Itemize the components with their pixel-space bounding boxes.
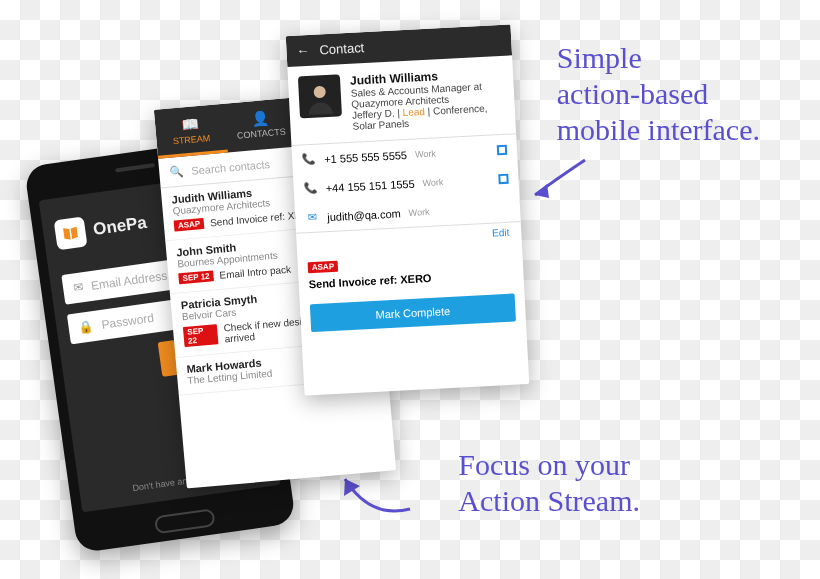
- lock-icon: 🔒: [78, 319, 95, 335]
- caption-top: Simple action-based mobile interface.: [557, 40, 760, 148]
- mark-complete-button[interactable]: Mark Complete: [310, 294, 516, 333]
- tag-date: SEP 22: [183, 324, 219, 347]
- tab-stream[interactable]: 📖 STREAM: [154, 110, 227, 159]
- back-icon[interactable]: ←: [296, 43, 310, 59]
- arrow-top: [525, 150, 595, 210]
- search-icon: 🔍: [169, 165, 184, 179]
- app-name: OnePa: [92, 213, 148, 240]
- contact-panel: ← Contact Judith Williams Sales & Accoun…: [286, 24, 530, 395]
- book-icon: [54, 216, 88, 250]
- marketing-illustration: { "captions": { "top": "Simple\naction-b…: [0, 0, 820, 579]
- lead-tag: Lead: [402, 106, 425, 118]
- email-icon: ✉: [305, 211, 320, 225]
- action-square-icon[interactable]: [498, 173, 509, 184]
- phone-home-button: [154, 508, 216, 534]
- phone-icon: 📞: [302, 153, 317, 167]
- contact-task: Send Invoice ref: XERO: [308, 268, 513, 291]
- book-icon: 📖: [155, 114, 226, 136]
- email-icon: ✉: [72, 280, 84, 295]
- phone-icon: 📞: [303, 182, 318, 196]
- avatar: [298, 74, 342, 118]
- tag-asap: ASAP: [174, 218, 205, 232]
- caption-bottom: Focus on your Action Stream.: [458, 447, 640, 519]
- action-square-icon[interactable]: [497, 144, 508, 155]
- svg-marker-0: [535, 184, 549, 198]
- tab-contacts[interactable]: 👤 CONTACTS: [224, 104, 297, 153]
- tag-date: SEP 12: [178, 270, 214, 284]
- phone-speaker: [115, 163, 155, 173]
- tag-asap: ASAP: [308, 261, 339, 274]
